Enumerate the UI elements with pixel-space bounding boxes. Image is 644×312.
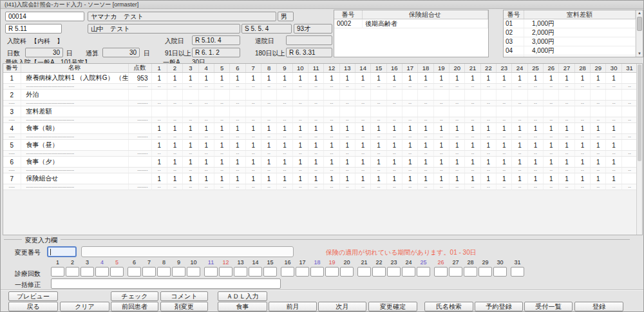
day-cell[interactable]: 1 — [527, 140, 543, 151]
day-count-input[interactable] — [449, 267, 462, 277]
day-cell[interactable]: 1 — [183, 73, 198, 84]
day-cell[interactable]: 1 — [418, 140, 433, 151]
day-cell[interactable]: 1 — [245, 123, 261, 134]
scroll-down-icon[interactable]: ▼ — [636, 51, 643, 57]
day-cell[interactable] — [402, 106, 418, 117]
prev-patient-button[interactable]: 前回患者 — [111, 302, 158, 311]
day-cell[interactable] — [544, 106, 559, 117]
day-cell[interactable] — [261, 106, 276, 117]
day-cell[interactable]: 1 — [245, 140, 261, 151]
day-cell[interactable]: 1 — [308, 140, 323, 151]
day-cell[interactable] — [292, 106, 308, 117]
day-cell[interactable]: 1 — [324, 157, 339, 168]
day-cell[interactable]: 1 — [277, 140, 292, 151]
day-cell[interactable]: 1 — [151, 123, 167, 134]
scrollbar-thumb[interactable] — [638, 64, 641, 161]
day-cell[interactable] — [621, 173, 637, 184]
scroll-up-icon[interactable]: ▲ — [636, 10, 643, 16]
day-cell[interactable]: 1 — [544, 140, 559, 151]
prev-month-button[interactable]: 前月 — [269, 302, 317, 311]
table-row[interactable]: 3室料差額 — [3, 106, 638, 117]
change-name-field[interactable] — [81, 246, 294, 257]
day-cell[interactable]: 1 — [230, 123, 245, 134]
day-cell[interactable]: 1 — [198, 173, 214, 184]
day-cell[interactable]: 1 — [527, 173, 543, 184]
day-cell[interactable] — [198, 90, 214, 101]
next-month-button[interactable]: 次月 — [318, 302, 366, 311]
day-count-input[interactable] — [187, 267, 200, 277]
day-count-input[interactable] — [51, 267, 64, 277]
day-count-input[interactable] — [142, 267, 156, 277]
table-scrollbar[interactable] — [636, 64, 642, 235]
day-cell[interactable]: 1 — [450, 173, 465, 184]
day-cell[interactable]: 1 — [277, 157, 292, 168]
day-cell[interactable]: 1 — [324, 140, 339, 151]
day-count-input[interactable] — [172, 267, 185, 277]
day-cell[interactable]: 1 — [339, 173, 355, 184]
patient-id-input[interactable]: 00014 — [5, 12, 84, 21]
day-cell[interactable]: 1 — [606, 73, 621, 84]
day-cell[interactable]: 1 — [512, 123, 527, 134]
day-cell[interactable]: 1 — [574, 157, 590, 168]
day-cell[interactable]: 1 — [167, 73, 182, 84]
table-row[interactable]: 4食事（朝）111111111111111111111111111111 — [3, 123, 638, 134]
day-cell[interactable]: 1 — [574, 123, 590, 134]
day-cell[interactable]: 1 — [402, 157, 418, 168]
day-cell[interactable] — [559, 106, 574, 117]
day-cell[interactable]: 1 — [497, 123, 512, 134]
day-cell[interactable]: 1 — [214, 123, 229, 134]
confirm-change-button[interactable]: 変更確定 — [368, 302, 417, 311]
day-cell[interactable]: 1 — [230, 173, 245, 184]
day-cell[interactable]: 1 — [277, 73, 292, 84]
meal-button[interactable]: 食事 — [218, 302, 267, 311]
day-cell[interactable]: 1 — [433, 157, 449, 168]
day-cell[interactable]: 1 — [574, 173, 590, 184]
day-cell[interactable]: 1 — [214, 157, 229, 168]
day-cell[interactable]: 1 — [402, 123, 418, 134]
day-cell[interactable] — [606, 90, 621, 101]
day-cell[interactable]: 1 — [198, 157, 214, 168]
day-cell[interactable]: 1 — [433, 73, 449, 84]
day-cell[interactable]: 1 — [497, 157, 512, 168]
day-count-input[interactable] — [157, 267, 171, 277]
day-cell[interactable]: 1 — [418, 73, 433, 84]
day-cell[interactable]: 1 — [214, 73, 229, 84]
day-cell[interactable]: 1 — [559, 157, 574, 168]
day-cell[interactable]: 1 — [183, 123, 198, 134]
day-cell[interactable]: 1 — [512, 140, 527, 151]
day-cell[interactable] — [339, 106, 355, 117]
day-cell[interactable] — [371, 106, 386, 117]
room-panel-scrollbar[interactable]: ▲ ▼ — [636, 10, 643, 57]
day-cell[interactable] — [574, 90, 590, 101]
day-cell[interactable]: 1 — [151, 140, 167, 151]
day-cell[interactable]: 1 — [433, 173, 449, 184]
day-cell[interactable]: 1 — [292, 173, 308, 184]
day-cell[interactable]: 1 — [402, 173, 418, 184]
day-cell[interactable]: 1 — [591, 123, 606, 134]
day-count-input[interactable] — [402, 267, 415, 277]
day-cell[interactable]: 1 — [559, 73, 574, 84]
reception-list-button[interactable]: 受付一覧 — [524, 302, 573, 311]
day-cell[interactable]: 1 — [277, 173, 292, 184]
day-cell[interactable] — [339, 90, 355, 101]
day-cell[interactable]: 1 — [606, 157, 621, 168]
day-cell[interactable]: 1 — [465, 73, 480, 84]
day-cell[interactable]: 1 — [527, 73, 543, 84]
day-count-input[interactable] — [204, 267, 218, 277]
clear-button[interactable]: クリア — [60, 302, 109, 311]
day-cell[interactable]: 1 — [591, 73, 606, 84]
day-cell[interactable] — [277, 90, 292, 101]
day-cell[interactable]: 1 — [214, 173, 229, 184]
day-cell[interactable]: 1 — [339, 73, 355, 84]
day-cell[interactable]: 1 — [198, 123, 214, 134]
day-count-input[interactable] — [372, 267, 386, 277]
day-cell[interactable] — [450, 106, 465, 117]
day-count-input[interactable] — [95, 267, 109, 277]
day-cell[interactable]: 1 — [402, 73, 418, 84]
day-cell[interactable] — [465, 90, 480, 101]
day-cell[interactable] — [355, 90, 370, 101]
day-count-input[interactable] — [66, 267, 79, 277]
day-cell[interactable] — [621, 140, 637, 151]
day-cell[interactable]: 1 — [151, 73, 167, 84]
check-button[interactable]: チェック — [111, 291, 158, 301]
